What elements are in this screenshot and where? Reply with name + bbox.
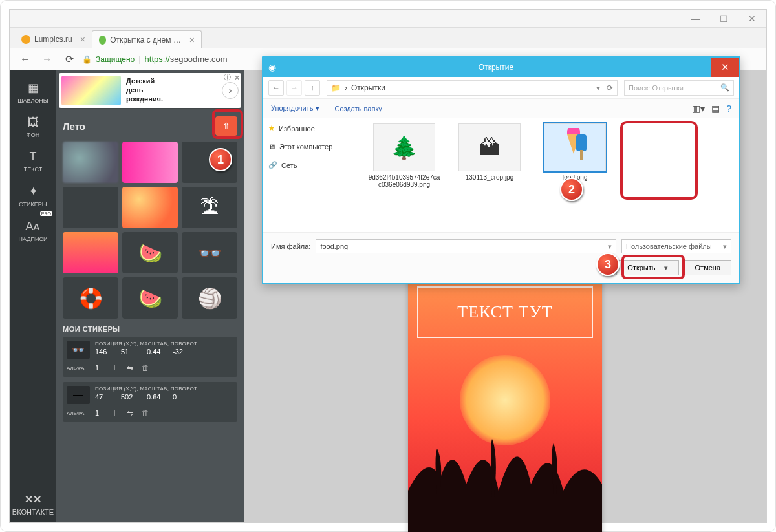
open-button[interactable]: Открыть▾ xyxy=(616,260,678,275)
cancel-button[interactable]: Отмена xyxy=(684,260,731,275)
svg-rect-1 xyxy=(580,150,583,160)
delete-icon[interactable]: 🗑 xyxy=(140,363,151,373)
tab-title: Открытка с днем рожд... xyxy=(110,36,181,45)
folder-icon: 📁 xyxy=(331,83,341,92)
ad-text: Детский день рождения. xyxy=(126,77,163,103)
alpha-value: 1 xyxy=(95,409,104,417)
category-title: Лето xyxy=(63,121,85,132)
favicon-icon xyxy=(99,36,106,45)
my-sticker-row[interactable]: 👓 ПОЗИЦИЯ (X,Y), МАСШТАБ, ПОВОРОТ 146 51… xyxy=(63,337,237,377)
filename-input[interactable]: food.png▾ xyxy=(316,239,616,253)
sticker-thumb[interactable] xyxy=(63,142,118,183)
sticker-thumb[interactable]: 👓 xyxy=(182,232,237,273)
breadcrumb[interactable]: 📁 › Открытки ▾ ⟳ xyxy=(327,80,618,96)
nav-forward-icon[interactable]: → xyxy=(38,50,56,69)
sidebar-item-background[interactable]: 🖼ФОН xyxy=(10,109,56,144)
sticker-thumb[interactable]: 🏐 xyxy=(182,277,237,319)
pos-y: 51 xyxy=(121,348,140,356)
sidebar-item-templates[interactable]: ▦ШАБЛОНЫ xyxy=(10,74,56,109)
svg-rect-0 xyxy=(576,134,587,151)
dialog-search-input[interactable]: Поиск: Открытки 🔍 xyxy=(624,80,734,96)
file-item[interactable]: 🌲 9d362f4b1039574f2e7cac036e06d939.png xyxy=(368,123,440,188)
window-minimize[interactable]: — xyxy=(681,10,709,27)
star-icon: ★ xyxy=(268,124,275,133)
ad-next-icon[interactable]: › xyxy=(222,82,239,99)
step-badge-2: 2 xyxy=(560,178,583,201)
nav-back-icon[interactable]: ← xyxy=(268,80,284,96)
sidebar-item-stickers[interactable]: ✦СТИКЕРЫ xyxy=(10,178,56,213)
tab-close-icon[interactable]: × xyxy=(189,35,195,45)
nav-reload-icon[interactable]: ⟳ xyxy=(60,50,78,69)
nav-back-icon[interactable]: ← xyxy=(16,50,34,69)
ad-close-icon[interactable]: ✕ xyxy=(232,72,242,83)
tab-title: Lumpics.ru xyxy=(34,35,72,44)
view-options-icon[interactable]: ▥▾ xyxy=(692,103,705,114)
scale: 0.44 xyxy=(147,348,166,356)
poster-preview: ТЕКСТ ТУТ xyxy=(408,277,602,532)
sidebar-thispc[interactable]: 🖥Этот компьютер xyxy=(268,141,354,153)
filename-label: Имя файла: xyxy=(271,242,310,250)
sidebar-label: ТЕКСТ xyxy=(24,166,42,173)
window-maximize[interactable]: ☐ xyxy=(709,10,738,27)
window-close[interactable]: ✕ xyxy=(738,10,766,27)
step-badge-1: 1 xyxy=(209,148,232,171)
file-list: 🌲 9d362f4b1039574f2e7cac036e06d939.png 🏔… xyxy=(360,118,739,232)
sticker-thumb[interactable]: 🍉 xyxy=(122,277,178,319)
sticker-thumb[interactable]: 🏝 xyxy=(182,187,237,228)
flip-icon[interactable]: ⇋ xyxy=(125,363,135,373)
dialog-titlebar[interactable]: ◉ Открытие ✕ xyxy=(263,58,739,77)
sticker-thumb[interactable] xyxy=(122,187,178,228)
ad-info-icon[interactable]: ⓘ xyxy=(224,72,231,82)
sticker-thumb[interactable] xyxy=(63,232,118,273)
meta-label: ПОЗИЦИЯ (X,Y), МАСШТАБ, ПОВОРОТ xyxy=(95,386,233,392)
meta-label: ПОЗИЦИЯ (X,Y), МАСШТАБ, ПОВОРОТ xyxy=(95,341,233,346)
file-item-selected[interactable]: food.png xyxy=(539,123,611,181)
sidebar-item-captions[interactable]: PROAᴀНАДПИСИ xyxy=(10,213,56,248)
sidebar-label: ШАБЛОНЫ xyxy=(17,98,48,104)
tab-close-icon[interactable]: × xyxy=(80,34,85,45)
bold-icon[interactable]: T xyxy=(109,408,120,418)
sticker-thumb[interactable] xyxy=(122,142,178,183)
tab-segoodme[interactable]: Открытка с днем рожд... × xyxy=(92,30,202,48)
text-icon: T xyxy=(30,150,37,164)
palms-graphic xyxy=(408,413,602,532)
alpha-label: АЛЬФА xyxy=(67,365,90,371)
scale: 0.64 xyxy=(147,393,166,401)
rotation: 0 xyxy=(173,393,192,401)
delete-icon[interactable]: 🗑 xyxy=(140,408,151,418)
file-item[interactable]: 🏔 130113_crop.jpg xyxy=(453,123,526,181)
sticker-thumb[interactable]: 🛟 xyxy=(63,277,118,319)
tab-lumpics[interactable]: Lumpics.ru × xyxy=(15,30,92,48)
my-sticker-row[interactable]: — ПОЗИЦИЯ (X,Y), МАСШТАБ, ПОВОРОТ 47 502… xyxy=(63,382,237,422)
url-scheme: https:// xyxy=(145,54,170,64)
nav-up-icon[interactable]: ↑ xyxy=(305,80,320,96)
file-thumb xyxy=(544,123,606,171)
sticker-thumb[interactable] xyxy=(63,187,118,228)
sidebar-item-text[interactable]: TТЕКСТ xyxy=(10,144,56,178)
ad-banner[interactable]: Детский день рождения. › ⓘ ✕ xyxy=(59,73,241,108)
help-icon[interactable]: ? xyxy=(726,103,731,114)
bold-icon[interactable]: T xyxy=(109,363,120,373)
search-placeholder: Поиск: Открытки xyxy=(629,84,684,92)
my-stickers-heading: МОИ СТИКЕРЫ xyxy=(63,325,237,333)
search-icon: 🔍 xyxy=(720,83,729,92)
sidebar-item-vk[interactable]: ✕✕ ВКОНТАКТЕ xyxy=(12,487,54,522)
dialog-title: Открытие xyxy=(281,63,711,72)
preview-pane-icon[interactable]: ▤ xyxy=(711,103,720,114)
nav-forward-icon[interactable]: → xyxy=(286,80,302,96)
filetype-filter[interactable]: Пользовательские файлы▾ xyxy=(621,239,731,253)
background-icon: 🖼 xyxy=(27,116,39,129)
vk-icon: ✕✕ xyxy=(25,493,41,505)
secure-label: Защищено xyxy=(96,55,135,64)
upload-sticker-button[interactable]: ⇧ xyxy=(215,116,237,136)
dialog-close-icon[interactable]: ✕ xyxy=(711,58,739,77)
sidebar-network[interactable]: 🔗Сеть xyxy=(268,159,354,171)
sidebar-favorites[interactable]: ★Избранное xyxy=(268,122,354,134)
pc-icon: 🖥 xyxy=(268,143,275,151)
organize-menu[interactable]: Упорядочить ▾ xyxy=(271,104,319,112)
stickers-panel: Детский день рождения. › ⓘ ✕ Лето ⇧ xyxy=(56,70,244,522)
sticker-thumb[interactable]: 🍉 xyxy=(122,232,178,273)
flip-icon[interactable]: ⇋ xyxy=(125,408,135,418)
new-folder-button[interactable]: Создать папку xyxy=(335,105,382,112)
file-open-dialog: ◉ Открытие ✕ ← → ↑ 📁 › Открытки ▾ ⟳ Поис… xyxy=(262,56,740,284)
